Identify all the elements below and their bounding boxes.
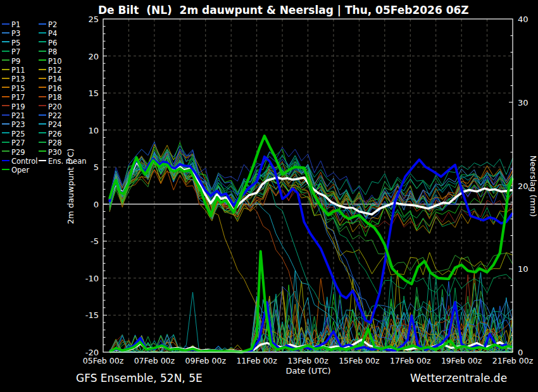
x-tick: 13Feb 00z [283,357,334,365]
y-tick-left: 0 [77,200,99,209]
x-axis-label: Date (UTC) [258,366,359,376]
y-tick-left: -10 [77,274,99,283]
x-tick: 09Feb 00z [180,357,231,365]
y-tick-left: 20 [77,52,99,61]
x-tick: 11Feb 00z [232,357,282,365]
y-tick-right: 20 [518,182,529,190]
meteogram-screenshot: De Bilt (NL) 2m dauwpunt & Neerslag | Th… [0,0,538,392]
x-tick: 21Feb 00z [487,357,538,365]
x-tick: 15Feb 00z [334,357,384,365]
y-tick-right: 10 [518,265,529,273]
y-tick-left: -15 [77,311,99,319]
x-tick: 07Feb 00z [129,357,180,365]
y-tick-left: 15 [77,89,99,97]
model-info-label: GFS Ensemble, 52N, 5E [76,372,203,384]
y-axis-label-right: Neerslag (mm) [529,92,538,281]
x-tick: 17Feb 00z [385,357,435,365]
y-tick-right: 40 [518,15,529,23]
y-axis-label-left: 2m dauwpunt (°C) [66,92,75,281]
y-tick-right: 30 [518,99,529,107]
y-tick-left: 5 [77,163,99,171]
y-tick-left: 25 [77,15,99,23]
x-tick: 05Feb 00z [78,357,128,365]
y-tick-left: 10 [77,126,99,135]
watermark-label: Wetterzentrale.de [410,372,507,384]
x-tick: 19Feb 00z [436,357,487,365]
y-tick-left: -5 [77,237,99,245]
